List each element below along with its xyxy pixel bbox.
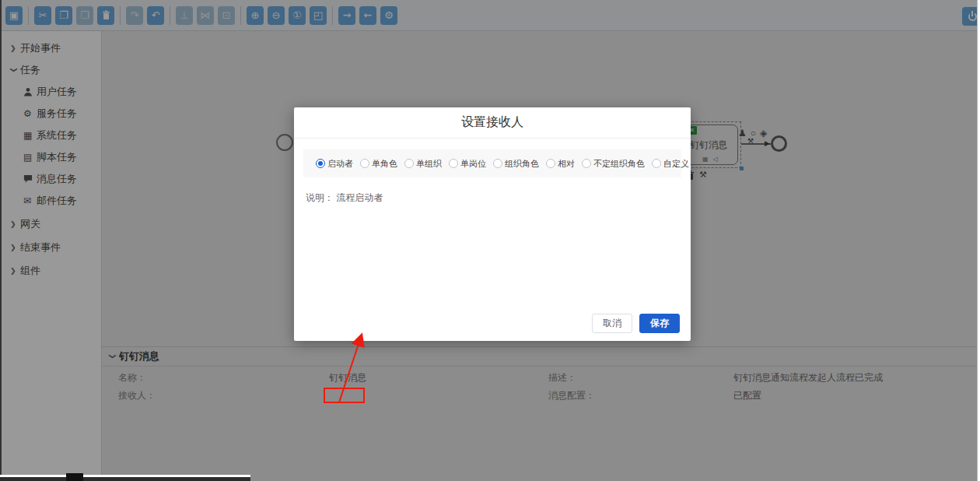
radio-single-role[interactable]: 单角色 bbox=[360, 158, 397, 170]
radio-icon bbox=[546, 159, 555, 168]
radio-label: 单组织 bbox=[416, 158, 442, 170]
radio-custom[interactable]: 自定义 bbox=[652, 158, 689, 170]
radio-label: 相对 bbox=[558, 158, 575, 170]
radio-relative[interactable]: 相对 bbox=[546, 158, 575, 170]
radio-icon bbox=[582, 159, 591, 168]
set-recipient-dialog: 设置接收人 启动者 单角色 单组织 单岗位 组织角色 相对 不定组织角色 bbox=[294, 107, 691, 341]
radio-label: 不定组织角色 bbox=[593, 158, 645, 170]
taskbar-sliver bbox=[0, 477, 250, 481]
radio-icon bbox=[404, 159, 414, 168]
radio-label: 单角色 bbox=[372, 158, 397, 170]
radio-icon bbox=[360, 159, 369, 168]
radio-icon bbox=[652, 159, 661, 168]
save-button-dialog[interactable]: 保存 bbox=[639, 314, 680, 333]
description-label: 说明： bbox=[306, 192, 334, 203]
radio-icon bbox=[493, 159, 502, 168]
radio-label: 单岗位 bbox=[460, 158, 486, 170]
radio-single-org[interactable]: 单组织 bbox=[404, 158, 442, 170]
radio-label: 自定义 bbox=[663, 158, 689, 170]
window-right-edge bbox=[977, 0, 980, 481]
radio-org-role[interactable]: 组织角色 bbox=[493, 158, 539, 170]
recipient-description: 说明： 流程启动者 bbox=[306, 191, 691, 205]
dialog-title: 设置接收人 bbox=[294, 107, 691, 139]
taskbar-tab bbox=[66, 473, 83, 481]
radio-selected-icon bbox=[316, 159, 325, 168]
radio-initiator[interactable]: 启动者 bbox=[316, 158, 353, 170]
radio-single-post[interactable]: 单岗位 bbox=[449, 158, 486, 170]
description-value: 流程启动者 bbox=[336, 192, 383, 203]
cancel-button[interactable]: 取消 bbox=[592, 314, 632, 333]
radio-any-org-role[interactable]: 不定组织角色 bbox=[582, 158, 645, 170]
radio-icon bbox=[449, 159, 458, 168]
radio-label: 组织角色 bbox=[505, 158, 539, 170]
recipient-type-options: 启动者 单角色 单组织 单岗位 组织角色 相对 不定组织角色 自定义 bbox=[303, 149, 681, 177]
radio-label: 启动者 bbox=[327, 158, 353, 170]
